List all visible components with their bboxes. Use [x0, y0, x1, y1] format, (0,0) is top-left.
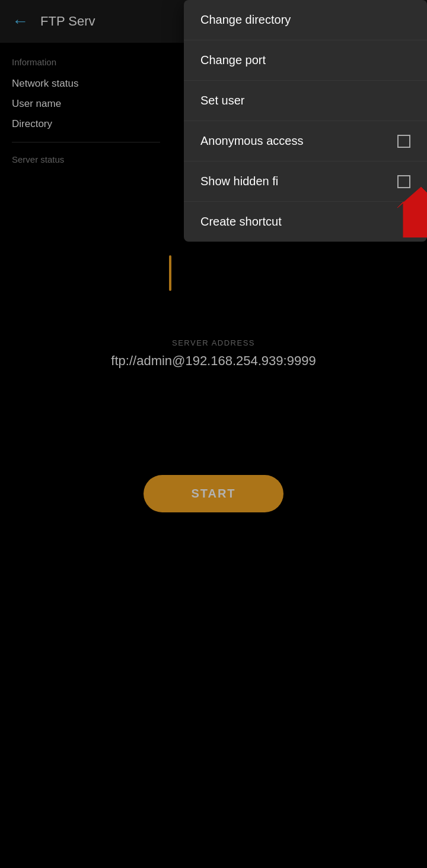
menu-item-show-hidden[interactable]: Show hidden fi: [184, 161, 427, 202]
menu-item-change-directory[interactable]: Change directory: [184, 0, 427, 40]
menu-item-anonymous-access[interactable]: Anonymous access: [184, 121, 427, 161]
menu-item-create-shortcut-label: Create shortcut: [200, 215, 282, 229]
dropdown-menu: Change directory Change port Set user An…: [184, 0, 427, 242]
menu-item-change-port-label: Change port: [200, 53, 266, 67]
anonymous-access-checkbox[interactable]: [397, 135, 410, 148]
menu-item-anonymous-access-label: Anonymous access: [200, 134, 303, 148]
menu-item-create-shortcut[interactable]: Create shortcut: [184, 202, 427, 242]
menu-item-show-hidden-label: Show hidden fi: [200, 175, 278, 188]
menu-item-set-user[interactable]: Set user: [184, 81, 427, 121]
svg-marker-0: [397, 187, 427, 237]
menu-item-change-directory-label: Change directory: [200, 13, 291, 27]
menu-item-change-port[interactable]: Change port: [184, 40, 427, 81]
menu-item-set-user-label: Set user: [200, 94, 244, 107]
